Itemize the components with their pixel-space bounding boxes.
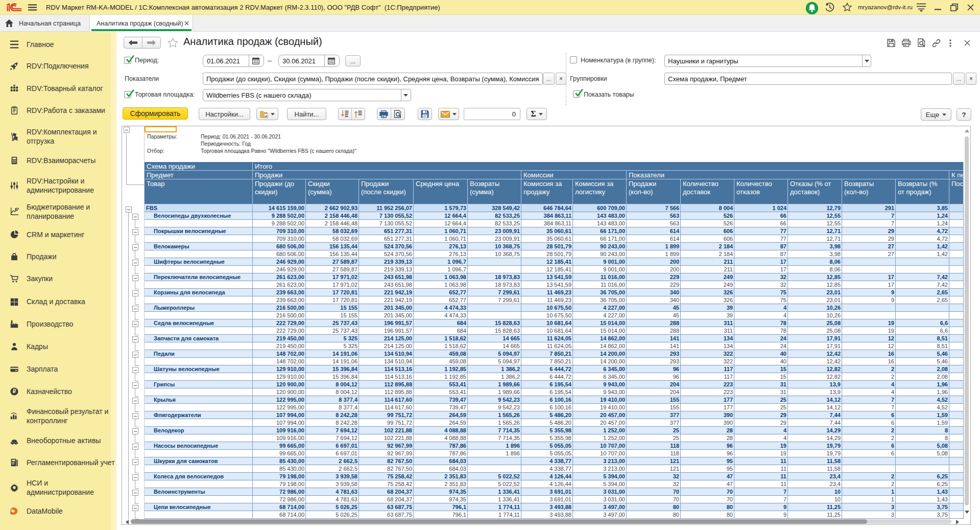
svg-text:₽: ₽ — [13, 388, 16, 394]
svg-text:₽: ₽ — [16, 208, 18, 211]
